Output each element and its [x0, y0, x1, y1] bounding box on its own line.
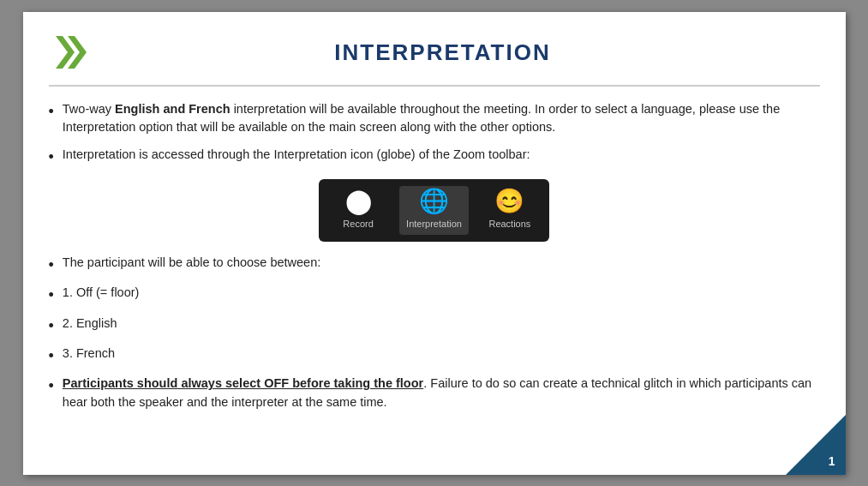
zoom-toolbar-container: ⬤ Record 🌐 Interpretation 😊 Reactions	[49, 179, 820, 242]
bold-underline-text: Participants should always select OFF be…	[63, 376, 423, 390]
reactions-label: Reactions	[488, 217, 530, 231]
interpretation-icon: 🌐	[419, 189, 449, 213]
bullet-text-2: Interpretation is accessed through the I…	[63, 146, 820, 165]
bullet-item-6: • 3. French	[49, 345, 820, 366]
zoom-toolbar: ⬤ Record 🌐 Interpretation 😊 Reactions	[319, 179, 549, 242]
bullet-dot-7: •	[49, 376, 54, 396]
bullet-item-7: • Participants should always select OFF …	[49, 375, 820, 412]
bold-english-french: English and French	[115, 102, 230, 116]
bullet-text-3: The participant will be able to choose b…	[63, 254, 820, 273]
bullet-dot-1: •	[49, 102, 54, 122]
bullet-dot-6: •	[49, 346, 54, 366]
reactions-icon: 😊	[494, 189, 524, 213]
slide-content: • Two-way English and French interpretat…	[49, 100, 820, 412]
zoom-reactions-btn: 😊 Reactions	[484, 189, 536, 231]
bullet-text-1: Two-way English and French interpretatio…	[63, 100, 820, 138]
bullet-text-7: Participants should always select OFF be…	[63, 375, 820, 412]
bullet-item-2: • Interpretation is accessed through the…	[49, 146, 820, 167]
page-number: 1	[829, 454, 835, 468]
bullet-dot-5: •	[49, 316, 54, 336]
bullet-item-5: • 2. English	[49, 315, 820, 336]
zoom-record-btn: ⬤ Record	[332, 189, 384, 231]
zoom-interpretation-btn: 🌐 Interpretation	[399, 186, 469, 235]
record-icon: ⬤	[345, 189, 372, 213]
slide-header: INTERPRETATION	[49, 29, 820, 87]
bullet-item-4: • 1. Off (= floor)	[49, 284, 820, 305]
bullet-dot-2: •	[49, 147, 54, 167]
bullet-text-4: 1. Off (= floor)	[63, 284, 820, 303]
record-label: Record	[343, 217, 373, 231]
bullet-dot-3: •	[49, 255, 54, 275]
bullet-text-5: 2. English	[63, 315, 820, 333]
corner-decoration	[786, 415, 846, 475]
bullet-item-1: • Two-way English and French interpretat…	[49, 100, 820, 138]
interpretation-label: Interpretation	[406, 217, 462, 231]
slide-title: INTERPRETATION	[117, 39, 820, 66]
bullet-text-6: 3. French	[63, 345, 820, 363]
bullet-dot-4: •	[49, 285, 54, 305]
bullet-item-3: • The participant will be able to choose…	[49, 254, 820, 275]
slide: INTERPRETATION • Two-way English and Fre…	[23, 12, 846, 475]
oecd-logo	[49, 29, 100, 76]
